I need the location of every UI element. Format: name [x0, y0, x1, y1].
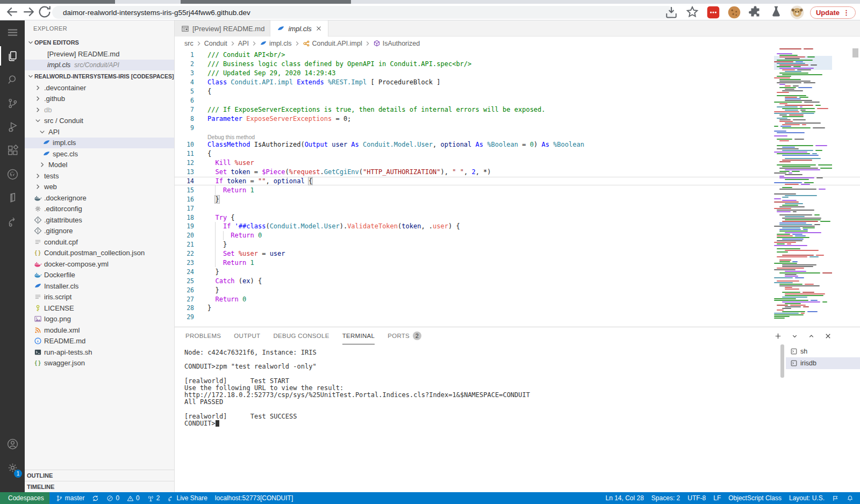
activity-item-source-control[interactable] [0, 91, 25, 115]
tree-item-readme-md[interactable]: README.md [25, 336, 174, 347]
code-line-27[interactable]: 27 Return 0 [175, 294, 860, 304]
status-utf-8[interactable]: UTF-8 [687, 494, 706, 502]
terminal-scrollbar[interactable] [780, 344, 784, 378]
code-line-12[interactable]: 12 Kill %user [175, 159, 860, 168]
forward-button[interactable] [20, 5, 37, 19]
address-bar[interactable]: daimor-realworld-intersystems-iris-g55rj… [52, 6, 675, 19]
status-2[interactable]: 2 [147, 494, 160, 502]
code-line-3[interactable]: 3/// Updated Sep 29, 2020 14:29:43 [175, 69, 860, 78]
tree-item--gitignore[interactable]: .gitignore [25, 226, 174, 237]
activity-item-account[interactable] [0, 432, 25, 456]
open-editor--preview-readme-md[interactable]: [Preview] README.md [25, 48, 174, 60]
code-line-11[interactable]: 11{ [175, 149, 860, 159]
status-master[interactable]: master [56, 494, 85, 502]
code-line-16[interactable]: 16 } [175, 195, 860, 204]
tree-item-conduit-postman-collection-json[interactable]: { }Conduit.postman_collection.json [25, 248, 174, 259]
activity-item-files[interactable] [0, 44, 25, 68]
code-line-18[interactable]: 18 Try { [175, 213, 860, 222]
breadcrumb-item[interactable]: Conduit.API.impl [303, 40, 362, 47]
tree-item-impl-cls[interactable]: impl.cls [25, 138, 174, 149]
terminal-dropdown-icon[interactable] [791, 332, 799, 340]
status-0[interactable]: 0 [127, 494, 140, 502]
code-line-21[interactable]: 21 } [175, 240, 860, 249]
activity-item-menu[interactable] [0, 20, 25, 44]
maximize-panel-icon[interactable] [807, 332, 815, 340]
panel-tab-output[interactable]: OUTPUT [234, 327, 260, 344]
tree-item-web[interactable]: web [25, 182, 174, 193]
code-line-4[interactable]: 4Class Conduit.API.impl Extends %REST.Im… [175, 78, 860, 87]
code-line-5[interactable]: 5{ [175, 87, 860, 96]
terminal-session-sh[interactable]: sh [786, 345, 860, 357]
activity-item-github[interactable] [0, 162, 25, 186]
breadcrumb-item[interactable]: src [184, 40, 194, 47]
new-terminal-icon[interactable] [774, 332, 782, 340]
tree-item-model[interactable]: Model [25, 160, 174, 171]
tree-item-logo-png[interactable]: logo.png [25, 314, 174, 325]
workspace-header[interactable]: REALWORLD-INTERSYSTEMS-IRIS [CODESPACES] [25, 70, 174, 82]
activity-item-settings[interactable]: 1 [0, 456, 25, 479]
extension-red-icon[interactable] [705, 5, 721, 19]
remote-indicator[interactable]: Codespaces [0, 492, 49, 504]
tree-item-license[interactable]: LICENSE [25, 303, 174, 314]
close-icon[interactable] [315, 25, 322, 32]
status-feedback[interactable] [832, 495, 839, 502]
status-spaces-2[interactable]: Spaces: 2 [651, 494, 680, 502]
tree-item-conduit-cpf[interactable]: conduit.cpf [25, 236, 174, 248]
code-line-13[interactable]: 13 Set token = $Piece(%request.GetCgiEnv… [175, 168, 860, 177]
tab-impl-cls[interactable]: impl.cls [270, 20, 328, 37]
open-editor-impl-cls[interactable]: impl.clssrc/Conduit/API [25, 60, 174, 71]
code-line-9[interactable]: 9 [175, 123, 860, 132]
update-button[interactable]: Update ⋮ [810, 6, 856, 19]
breadcrumb-item[interactable]: Conduit [204, 40, 227, 47]
code-line-2[interactable]: 2/// Business logic class defined by Ope… [175, 60, 860, 69]
tree-item-src-conduit[interactable]: src / Conduit [25, 116, 174, 127]
code-line-19[interactable]: 19 If '##class(Conduit.Model.User).Valid… [175, 222, 860, 231]
panel-tab-terminal[interactable]: TERMINAL [342, 327, 375, 344]
code-line-25[interactable]: 25 Catch (ex) { [175, 276, 860, 285]
code-line-8[interactable]: 8Parameter ExposeServerExceptions = 0; [175, 114, 860, 123]
status-objectscript-class[interactable]: ObjectScript Class [728, 494, 782, 502]
tree-item--devcontainer[interactable]: .devcontainer [25, 82, 174, 93]
code-line-24[interactable]: 24 } [175, 267, 860, 276]
terminal-output[interactable]: Node: c424c76321f6, Instance: IRISCONDUI… [184, 349, 776, 490]
activity-item-live-share[interactable] [0, 210, 25, 233]
tree-item-installer-cls[interactable]: Installer.cls [25, 280, 174, 292]
code-line-26[interactable]: 26 } [175, 285, 860, 294]
tree-item-dockerfile[interactable]: Dockerfile [25, 270, 174, 281]
open-editors-header[interactable]: OPEN EDITORS [25, 37, 174, 48]
code-editor[interactable]: 1/// Conduit API<br/>2/// Business logic… [175, 51, 860, 327]
code-line-20[interactable]: 20 Return 0 [175, 231, 860, 240]
beaker-extension-icon[interactable] [768, 5, 784, 19]
back-button[interactable] [4, 5, 20, 19]
tree-item-iris-script[interactable]: iris.script [25, 292, 174, 303]
code-line-17[interactable]: 17 [175, 204, 860, 213]
tree-item-spec-cls[interactable]: spec.cls [25, 148, 174, 160]
minimap[interactable] [774, 48, 832, 323]
code-line-22[interactable]: 22 Set %user = user [175, 249, 860, 258]
activity-item-search[interactable] [0, 68, 25, 91]
status-localhost-52773-conduit-[interactable]: localhost:52773[CONDUIT] [215, 494, 293, 502]
tree-item-docker-compose-yml[interactable]: docker-compose.yml [25, 258, 174, 270]
code-line-7[interactable]: 7/// If ExposeServerExceptions is true, … [175, 105, 860, 114]
terminal-session-irisdb[interactable]: irisdb [786, 357, 860, 369]
status-bell[interactable] [847, 495, 854, 502]
activity-item-intersystems[interactable] [0, 186, 25, 210]
reload-button[interactable] [37, 5, 53, 19]
panel-tab-debug-console[interactable]: DEBUG CONSOLE [273, 327, 329, 344]
browser-menu-icon[interactable]: ⋮ [843, 9, 850, 17]
tree-item--gitattributes[interactable]: .gitattributes [25, 214, 174, 226]
code-line-1[interactable]: 1/// Conduit API<br/> [175, 51, 860, 60]
tree-item--dockerignore[interactable]: .dockerignore [25, 192, 174, 204]
tree-item-run-api-tests-sh[interactable]: run-api-tests.sh [25, 347, 174, 358]
tree-item-tests[interactable]: tests [25, 170, 174, 182]
code-line-10[interactable]: 10ClassMethod IsAuthorized(Output user A… [175, 140, 860, 149]
tree-item-api[interactable]: API [25, 126, 174, 138]
tree-item-swagger-json[interactable]: { }swagger.json [25, 358, 174, 369]
status-layout-u-s-[interactable]: Layout: U.S. [789, 494, 825, 502]
bookmark-star-icon[interactable] [684, 5, 700, 19]
activity-item-run-debug[interactable] [0, 115, 25, 139]
profile-avatar[interactable] [789, 5, 805, 19]
status-ln-14-col-28[interactable]: Ln 14, Col 28 [605, 494, 643, 502]
status-0[interactable]: 0 [106, 494, 119, 502]
close-panel-icon[interactable] [824, 332, 832, 340]
